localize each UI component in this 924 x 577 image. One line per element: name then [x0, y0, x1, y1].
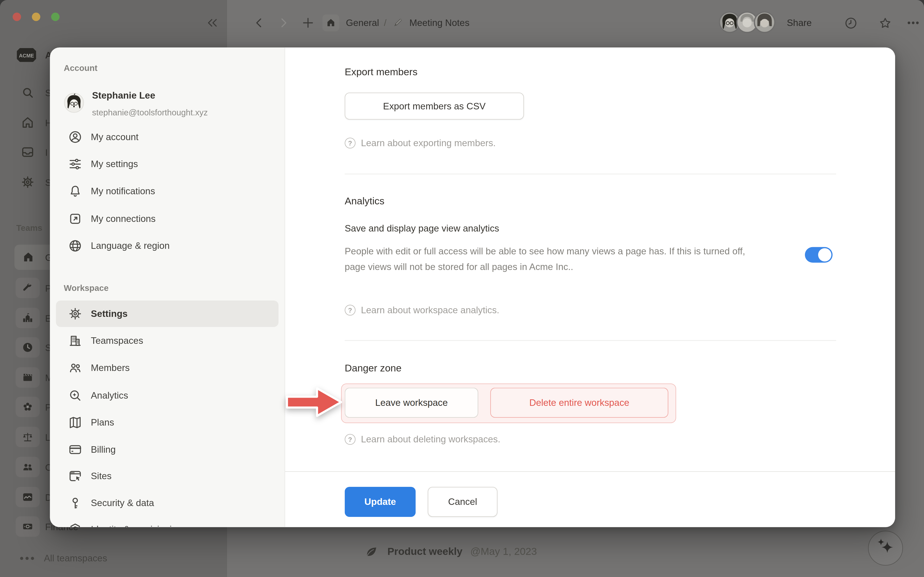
update-button[interactable]: Update [345, 487, 416, 517]
workspace-logo[interactable]: ACME [16, 48, 37, 63]
nav-item-teamspaces[interactable]: Teamspaces [56, 328, 279, 354]
nav-item-label: Billing [91, 444, 116, 455]
teamspace-scales-icon[interactable] [16, 427, 40, 447]
teamspace-school-icon[interactable] [16, 308, 40, 328]
building-icon [68, 334, 82, 348]
nav-item-label: Analytics [91, 390, 128, 401]
date-mention: @May 8, 2023 [470, 576, 537, 577]
teamspace-money-icon[interactable] [16, 516, 40, 537]
nav-item-label: Members [91, 363, 130, 373]
sidebar-item-inbox[interactable] [21, 145, 35, 160]
nav-item-members[interactable]: Members [56, 355, 279, 381]
arrow-box-icon [68, 211, 82, 226]
nav-item-label: Settings [91, 308, 128, 319]
page-row[interactable]: Product weekly @May 1, 2023 [363, 543, 537, 560]
teamspace-wave-chart-icon[interactable] [16, 487, 40, 507]
nav-item-sites[interactable]: Sites [56, 463, 279, 489]
sidebar-collapse-icon[interactable] [205, 16, 220, 30]
account-section-label: Account [64, 63, 97, 73]
red-arrow-annotation [286, 384, 342, 420]
nav-item-label: Language & region [91, 240, 170, 251]
teamspace-flower-icon[interactable] [16, 397, 40, 417]
clock-icon[interactable] [843, 16, 858, 30]
user-email: stephanie@toolsforthought.xyz [92, 108, 208, 117]
nav-item-security-data[interactable]: Security & data [56, 490, 279, 516]
nav-item-plans[interactable]: Plans [56, 409, 279, 436]
key-icon [68, 496, 82, 510]
analytics-setting-title: Save and display page view analytics [345, 223, 499, 234]
nav-item-my-settings[interactable]: My settings [56, 151, 279, 177]
question-circle-icon: ? [345, 434, 355, 445]
app-window: General / Meeting Notes [0, 0, 924, 577]
new-page-button[interactable] [301, 16, 315, 30]
analytics-title: Analytics [345, 195, 384, 207]
leave-workspace-button[interactable]: Leave workspace [345, 388, 478, 418]
teamspace-wrench-icon[interactable] [16, 278, 40, 298]
close-window-button[interactable] [13, 13, 21, 21]
member-avatars[interactable] [719, 11, 775, 33]
minimize-window-button[interactable] [32, 13, 40, 21]
share-button[interactable]: Share [787, 16, 812, 30]
nav-item-label: Identity & provisioning [91, 524, 182, 527]
star-icon[interactable] [878, 16, 892, 30]
all-teamspaces-ellipsis-icon[interactable] [19, 554, 35, 563]
user-avatar [64, 93, 84, 113]
analytics-help-link[interactable]: ? Learn about workspace analytics. [345, 305, 499, 316]
shield-person-icon [68, 522, 82, 527]
teams-section-label: Teams [16, 223, 42, 233]
globe-icon [68, 239, 82, 253]
nav-item-label: Sites [91, 471, 111, 482]
page-title: Product weekly [388, 576, 462, 577]
more-options-icon[interactable] [906, 16, 921, 30]
teamspace-clock-icon[interactable] [16, 337, 40, 358]
date-mention: @May 1, 2023 [470, 545, 537, 558]
sidebar-item-settings[interactable] [21, 175, 35, 189]
nav-item-my-connections[interactable]: My connections [56, 206, 279, 232]
breadcrumb-home-button[interactable] [322, 15, 339, 31]
ai-sparkles-button[interactable] [868, 531, 903, 566]
breadcrumb: General / Meeting Notes [346, 16, 470, 30]
export-help-link[interactable]: ? Learn about exporting members. [345, 138, 496, 148]
leaf-icon [363, 574, 380, 577]
analytics-toggle[interactable] [805, 247, 833, 263]
nav-item-label: My account [91, 132, 139, 143]
sliders-icon [68, 157, 82, 171]
nav-item-my-account[interactable]: My account [56, 124, 279, 150]
delete-workspace-button[interactable]: Delete entire workspace [490, 388, 669, 418]
export-members-csv-button[interactable]: Export members as CSV [345, 93, 524, 120]
teamspace-people-icon[interactable] [16, 457, 40, 477]
breadcrumb-page[interactable]: Meeting Notes [409, 18, 470, 28]
nav-item-label: My connections [91, 213, 156, 224]
sidebar-item-label: I [45, 147, 48, 158]
sidebar-item-search[interactable] [21, 85, 35, 100]
teamspace-label: L [45, 432, 50, 443]
settings-nav-panel: Account Stephanie Lee stephanie@toolsfor… [50, 48, 285, 527]
cancel-button[interactable]: Cancel [428, 487, 498, 517]
avatar [754, 12, 775, 32]
forward-button[interactable] [276, 16, 291, 30]
all-teamspaces-button[interactable]: All teamspaces [44, 553, 107, 564]
person-circle-icon [68, 130, 82, 144]
nav-item-analytics[interactable]: Analytics [56, 382, 279, 409]
section-divider [345, 174, 837, 174]
nav-item-label: Plans [91, 417, 114, 428]
nav-item-label: Security & data [91, 498, 154, 508]
nav-item-my-notifications[interactable]: My notifications [56, 178, 279, 205]
sidebar-item-home[interactable] [21, 115, 35, 130]
danger-help-link[interactable]: ? Learn about deleting workspaces. [345, 434, 501, 445]
nav-item-identity-provisioning[interactable]: Identity & provisioning [56, 516, 279, 527]
nav-item-settings[interactable]: Settings [56, 301, 279, 327]
nav-item-label: My settings [91, 159, 138, 169]
nav-item-language-region[interactable]: Language & region [56, 233, 279, 259]
section-divider [345, 340, 837, 341]
zoom-window-button[interactable] [51, 13, 60, 21]
back-button[interactable] [252, 16, 267, 30]
page-row[interactable]: Product weekly @May 8, 2023 [363, 574, 537, 577]
teamspace-clapperboard-icon[interactable] [16, 367, 40, 388]
nav-item-billing[interactable]: Billing [56, 436, 279, 463]
svg-text:ACME: ACME [19, 53, 34, 59]
footer-divider [285, 471, 895, 472]
analytics-setting-description: People with edit or full access will be … [345, 243, 751, 274]
bell-icon [68, 184, 82, 198]
breadcrumb-root[interactable]: General [346, 18, 379, 28]
